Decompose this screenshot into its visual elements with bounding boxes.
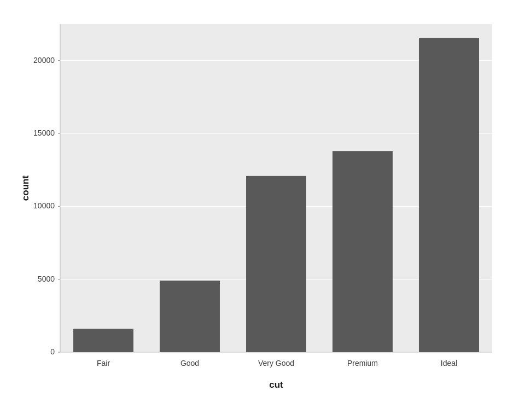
- x-label-very-good: Very Good: [258, 359, 294, 368]
- x-label-good: Good: [180, 359, 199, 368]
- y-label-10000: 10000: [33, 201, 55, 210]
- y-label-15000: 15000: [33, 129, 55, 137]
- x-label-ideal: Ideal: [441, 359, 457, 368]
- bar-very-good: [246, 176, 306, 352]
- y-label-5000: 5000: [38, 275, 55, 283]
- y-label-20000: 20000: [33, 56, 55, 65]
- y-axis-title: count: [20, 176, 31, 201]
- bar-chart: 0 5000 10000 15000 20000 Fair Good Very …: [16, 13, 509, 407]
- bar-premium: [332, 151, 393, 352]
- bar-fair: [73, 329, 133, 352]
- bar-ideal: [419, 38, 479, 352]
- bar-good: [160, 281, 220, 352]
- x-axis-title: cut: [269, 380, 283, 390]
- chart-container: 0 5000 10000 15000 20000 Fair Good Very …: [0, 0, 525, 420]
- y-label-0: 0: [50, 347, 55, 356]
- x-label-premium: Premium: [347, 359, 378, 368]
- chart-wrapper: 0 5000 10000 15000 20000 Fair Good Very …: [16, 13, 509, 407]
- x-label-fair: Fair: [97, 359, 110, 368]
